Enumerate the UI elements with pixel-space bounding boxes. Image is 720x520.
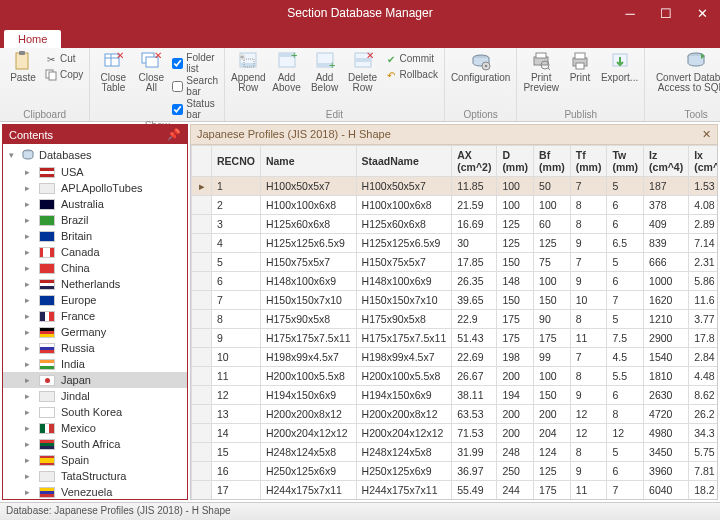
cell[interactable]: 11.85	[452, 177, 497, 196]
cell[interactable]: 200	[497, 424, 534, 443]
cell[interactable]: 1810	[644, 367, 689, 386]
cell[interactable]: 150	[497, 253, 534, 272]
cell[interactable]: 26.35	[452, 272, 497, 291]
cell[interactable]: 175	[497, 329, 534, 348]
cell[interactable]: 1	[212, 177, 261, 196]
cell[interactable]: 34.3	[689, 424, 718, 443]
cell[interactable]: 17.8	[689, 329, 718, 348]
cell[interactable]: 175	[534, 329, 571, 348]
cell[interactable]: H250x250x9x14	[356, 500, 452, 501]
cell[interactable]: 51.5	[689, 500, 718, 501]
cell[interactable]: 90	[534, 310, 571, 329]
cell[interactable]: H200x100x5.5x8	[356, 367, 452, 386]
cell[interactable]: H244x175x7x11	[356, 481, 452, 500]
cell[interactable]: 10	[570, 291, 607, 310]
tree-item-jindal[interactable]: ▸Jindal	[3, 388, 187, 404]
cell[interactable]: 11	[570, 329, 607, 348]
expand-icon[interactable]: ▸	[25, 455, 33, 465]
cell[interactable]: 248	[497, 443, 534, 462]
cell[interactable]: 125	[497, 215, 534, 234]
database-tree[interactable]: ▾ Databases ▸USA▸APLApolloTubes▸Australi…	[3, 144, 187, 499]
cell[interactable]: 8	[570, 367, 607, 386]
table-row[interactable]: 18H250x250x9x14H250x250x9x1491.432502501…	[192, 500, 719, 501]
cell[interactable]: 50	[534, 177, 571, 196]
cell[interactable]: H175x175x7.5x11	[260, 329, 356, 348]
column-header[interactable]: Bf(mm)	[534, 146, 571, 177]
cell[interactable]: 8	[570, 310, 607, 329]
table-row[interactable]: 2H100x100x6x8H100x100x6x821.591001008637…	[192, 196, 719, 215]
expand-icon[interactable]: ▸	[25, 247, 33, 257]
cell[interactable]: H100x100x6x8	[356, 196, 452, 215]
cell[interactable]: 16	[212, 462, 261, 481]
cell[interactable]: 9	[212, 329, 261, 348]
cell[interactable]: 8	[212, 310, 261, 329]
cell[interactable]: 22.69	[452, 348, 497, 367]
cell[interactable]: 2.31	[689, 253, 718, 272]
expand-icon[interactable]: ▸	[25, 215, 33, 225]
cell[interactable]: 5	[607, 177, 644, 196]
cell[interactable]: 200	[497, 367, 534, 386]
cell[interactable]: 91.43	[452, 500, 497, 501]
expand-icon[interactable]: ▸	[25, 311, 33, 321]
cell[interactable]: 250	[534, 500, 571, 501]
cut-button[interactable]: ✂Cut	[44, 52, 83, 66]
cell[interactable]: H148x100x6x9	[260, 272, 356, 291]
tree-item-india[interactable]: ▸India	[3, 356, 187, 372]
tree-item-japan[interactable]: ▸Japan	[3, 372, 187, 388]
cell[interactable]: 125	[497, 234, 534, 253]
tree-item-europe[interactable]: ▸Europe	[3, 292, 187, 308]
cell[interactable]: H244x175x7x11	[260, 481, 356, 500]
expand-icon[interactable]: ▸	[25, 375, 33, 385]
column-header[interactable]: RECNO	[212, 146, 261, 177]
document-close-icon[interactable]: ✕	[702, 128, 711, 141]
cell[interactable]: 8.62	[689, 386, 718, 405]
add-above-button[interactable]: +Add Above	[270, 50, 304, 93]
cell[interactable]: H150x150x7x10	[260, 291, 356, 310]
cell[interactable]: 2.89	[689, 215, 718, 234]
cell[interactable]: H250x250x9x14	[260, 500, 356, 501]
expand-icon[interactable]: ▸	[25, 343, 33, 353]
cell[interactable]: 2900	[644, 329, 689, 348]
cell[interactable]: 18.2	[689, 481, 718, 500]
cell[interactable]: 7.81	[689, 462, 718, 481]
expand-icon[interactable]: ▸	[25, 423, 33, 433]
expand-icon[interactable]: ▸	[25, 199, 33, 209]
cell[interactable]: 250	[497, 462, 534, 481]
cell[interactable]: 26.2	[689, 405, 718, 424]
cell[interactable]: 5	[607, 443, 644, 462]
cell[interactable]: 148	[497, 272, 534, 291]
cell[interactable]: 100	[534, 367, 571, 386]
cell[interactable]: H175x175x7.5x11	[356, 329, 452, 348]
table-row[interactable]: 1H100x50x5x7H100x50x5x711.8510050751871.…	[192, 177, 719, 196]
cell[interactable]: 9	[570, 462, 607, 481]
tree-item-tatastructura[interactable]: ▸TataStructura	[3, 468, 187, 484]
cell[interactable]: 8	[570, 443, 607, 462]
cell[interactable]: 839	[644, 234, 689, 253]
table-row[interactable]: 6H148x100x6x9H148x100x6x926.351481009610…	[192, 272, 719, 291]
cell[interactable]: 198	[497, 348, 534, 367]
cell[interactable]: 6	[607, 386, 644, 405]
commit-button[interactable]: ✔Commit	[384, 52, 438, 66]
column-header[interactable]: AX(cm^2)	[452, 146, 497, 177]
column-header[interactable]: StaadName	[356, 146, 452, 177]
cell[interactable]: 7	[607, 291, 644, 310]
export-button[interactable]: Export...	[601, 50, 638, 83]
cell[interactable]: 63.53	[452, 405, 497, 424]
close-button[interactable]: ✕	[684, 0, 720, 26]
table-row[interactable]: 13H200x200x8x12H200x200x8x1263.532002001…	[192, 405, 719, 424]
table-row[interactable]: 9H175x175x7.5x11H175x175x7.5x1151.431751…	[192, 329, 719, 348]
cell[interactable]: H175x90x5x8	[356, 310, 452, 329]
expand-icon[interactable]: ▸	[25, 471, 33, 481]
cell[interactable]: H125x125x6.5x9	[260, 234, 356, 253]
cell[interactable]: 378	[644, 196, 689, 215]
cell[interactable]: 11.6	[689, 291, 718, 310]
cell[interactable]: 60	[534, 215, 571, 234]
cell[interactable]: 2.84	[689, 348, 718, 367]
cell[interactable]: H125x60x6x8	[356, 215, 452, 234]
cell[interactable]: H198x99x4.5x7	[356, 348, 452, 367]
cell[interactable]: H194x150x6x9	[260, 386, 356, 405]
cell[interactable]: 15	[212, 443, 261, 462]
cell[interactable]: 75	[534, 253, 571, 272]
cell[interactable]: 30	[452, 234, 497, 253]
tree-item-brazil[interactable]: ▸Brazil	[3, 212, 187, 228]
